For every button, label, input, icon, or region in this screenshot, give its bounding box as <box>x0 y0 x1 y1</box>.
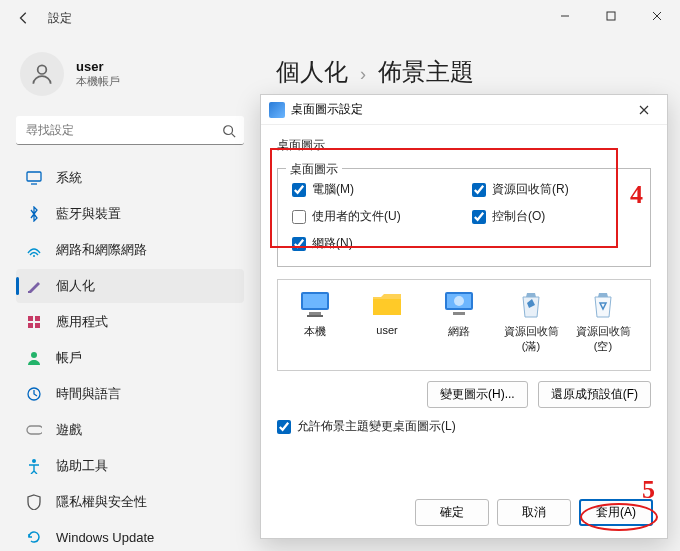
sidebar-item-label: 協助工具 <box>56 457 108 475</box>
change-icon-button[interactable]: 變更圖示(H)... <box>427 381 528 408</box>
desktop-icon-settings-dialog: 桌面圖示設定 桌面圖示 桌面圖示 電腦(M) 資源回收筒(R) 使用者的文件(U… <box>260 94 668 539</box>
svg-rect-12 <box>35 323 40 328</box>
network-icon <box>443 288 475 320</box>
network-icon <box>26 242 42 258</box>
apply-button[interactable]: 套用(A) <box>579 499 653 526</box>
preview-icon-this-pc[interactable]: 本機 <box>282 288 348 362</box>
breadcrumb-current: 佈景主題 <box>378 56 474 88</box>
maximize-button[interactable] <box>588 0 634 32</box>
sidebar-item-label: 遊戲 <box>56 421 82 439</box>
svg-point-16 <box>32 459 36 463</box>
user-folder-icon <box>371 288 403 320</box>
system-icon <box>26 170 42 186</box>
apps-icon <box>26 314 42 330</box>
icon-preview-area[interactable]: 本機user網路資源回收筒 (滿)資源回收筒 (空) <box>277 279 651 371</box>
search-container <box>16 116 244 145</box>
avatar <box>20 52 64 96</box>
accessibility-icon <box>26 458 42 474</box>
ok-button[interactable]: 確定 <box>415 499 489 526</box>
sidebar-item-update[interactable]: Windows Update <box>16 521 244 551</box>
svg-point-3 <box>224 125 233 134</box>
preview-icon-network[interactable]: 網路 <box>426 288 492 362</box>
close-button[interactable] <box>634 0 680 32</box>
allow-themes-label: 允許佈景主題變更桌面圖示(L) <box>297 418 456 435</box>
svg-rect-15 <box>27 426 42 434</box>
recycle-full-icon <box>515 288 547 320</box>
svg-rect-5 <box>27 172 41 181</box>
preview-icon-label: 網路 <box>448 324 470 339</box>
allow-themes-checkbox[interactable] <box>277 420 291 434</box>
bluetooth-icon <box>26 206 42 222</box>
dialog-title: 桌面圖示設定 <box>291 101 363 118</box>
checkbox-recycle[interactable]: 資源回收筒(R) <box>472 181 636 198</box>
user-profile[interactable]: user 本機帳戶 <box>16 48 244 100</box>
privacy-icon <box>26 494 42 510</box>
checkbox-computer[interactable]: 電腦(M) <box>292 181 456 198</box>
svg-line-4 <box>232 133 236 137</box>
svg-point-7 <box>33 255 35 257</box>
svg-point-13 <box>31 352 37 358</box>
sidebar-item-label: 時間與語言 <box>56 385 121 403</box>
svg-rect-11 <box>28 323 33 328</box>
sidebar-item-gaming[interactable]: 遊戲 <box>16 413 244 447</box>
preview-icon-label: 資源回收筒 (滿) <box>498 324 564 354</box>
time-lang-icon <box>26 386 42 402</box>
svg-rect-1 <box>607 12 615 20</box>
svg-rect-25 <box>453 312 465 315</box>
svg-point-24 <box>454 296 464 306</box>
checkbox-network[interactable]: 網路(N) <box>292 235 456 252</box>
sidebar-item-accessibility[interactable]: 協助工具 <box>16 449 244 483</box>
cancel-button[interactable]: 取消 <box>497 499 571 526</box>
sidebar-item-network[interactable]: 網路和網際網路 <box>16 233 244 267</box>
sidebar-item-label: 藍牙與裝置 <box>56 205 121 223</box>
window-title: 設定 <box>48 10 72 27</box>
sidebar-item-label: 網路和網際網路 <box>56 241 147 259</box>
gaming-icon <box>26 422 42 438</box>
tab-desktop-icons[interactable]: 桌面圖示 <box>277 137 651 158</box>
sidebar-item-label: 系統 <box>56 169 82 187</box>
sidebar-item-accounts[interactable]: 帳戶 <box>16 341 244 375</box>
sidebar-item-label: 隱私權與安全性 <box>56 493 147 511</box>
checkbox-control[interactable]: 控制台(O) <box>472 208 636 225</box>
svg-rect-18 <box>303 294 327 308</box>
dialog-icon <box>269 102 285 118</box>
sidebar-item-personalize[interactable]: 個人化 <box>16 269 244 303</box>
sidebar-item-privacy[interactable]: 隱私權與安全性 <box>16 485 244 519</box>
recycle-empty-icon <box>587 288 619 320</box>
svg-point-2 <box>38 65 47 74</box>
sidebar-item-time-lang[interactable]: 時間與語言 <box>16 377 244 411</box>
user-name: user <box>76 59 120 74</box>
preview-icon-recycle-empty[interactable]: 資源回收筒 (空) <box>570 288 636 362</box>
preview-icon-recycle-full[interactable]: 資源回收筒 (滿) <box>498 288 564 362</box>
restore-default-button[interactable]: 還原成預設值(F) <box>538 381 651 408</box>
preview-icon-label: user <box>376 324 397 336</box>
svg-rect-10 <box>35 316 40 321</box>
back-button[interactable] <box>16 10 32 26</box>
sidebar-item-apps[interactable]: 應用程式 <box>16 305 244 339</box>
minimize-button[interactable] <box>542 0 588 32</box>
sidebar-item-system[interactable]: 系統 <box>16 161 244 195</box>
sidebar-item-label: Windows Update <box>56 530 154 545</box>
sidebar-item-label: 應用程式 <box>56 313 108 331</box>
this-pc-icon <box>299 288 331 320</box>
desktop-icons-group: 桌面圖示 電腦(M) 資源回收筒(R) 使用者的文件(U) 控制台(O) 網路(… <box>277 168 651 267</box>
search-icon <box>222 124 236 138</box>
preview-icon-user-folder[interactable]: user <box>354 288 420 362</box>
checkbox-userdocs[interactable]: 使用者的文件(U) <box>292 208 456 225</box>
dialog-close-button[interactable] <box>639 105 659 115</box>
breadcrumb-parent[interactable]: 個人化 <box>276 56 348 88</box>
breadcrumb: 個人化 › 佈景主題 <box>276 56 672 88</box>
svg-rect-8 <box>28 291 31 293</box>
svg-rect-21 <box>373 299 401 315</box>
sidebar-item-label: 帳戶 <box>56 349 82 367</box>
sidebar-item-bluetooth[interactable]: 藍牙與裝置 <box>16 197 244 231</box>
svg-rect-9 <box>28 316 33 321</box>
svg-rect-19 <box>309 312 321 315</box>
personalize-icon <box>26 278 42 294</box>
sidebar-item-label: 個人化 <box>56 277 95 295</box>
update-icon <box>26 529 42 545</box>
svg-rect-20 <box>307 315 323 317</box>
search-input[interactable] <box>16 116 244 145</box>
account-type: 本機帳戶 <box>76 74 120 89</box>
preview-icon-label: 本機 <box>304 324 326 339</box>
